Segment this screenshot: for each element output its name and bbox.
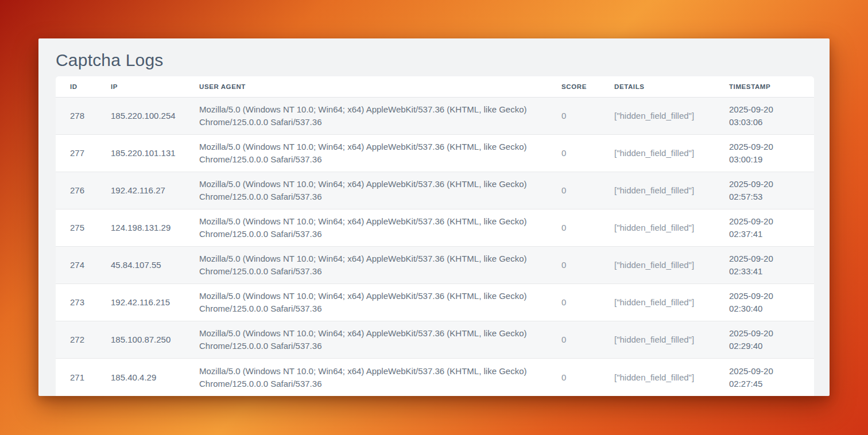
cell-id: 278 xyxy=(56,98,96,135)
cell-ip: 192.42.116.215 xyxy=(96,284,185,321)
cell-timestamp: 2025-09-20 03:00:19 xyxy=(715,135,814,172)
cell-details: ["hidden_field_filled"] xyxy=(600,284,715,321)
cell-ip: 45.84.107.55 xyxy=(96,247,185,284)
cell-timestamp: 2025-09-20 02:33:41 xyxy=(715,247,814,284)
cell-score: 0 xyxy=(547,172,600,209)
column-header-score: SCORE xyxy=(547,76,600,98)
cell-score: 0 xyxy=(547,359,600,396)
cell-id: 277 xyxy=(56,135,96,172)
page-title: Captcha Logs xyxy=(56,50,812,71)
cell-details: ["hidden_field_filled"] xyxy=(600,359,715,396)
cell-score: 0 xyxy=(547,98,600,135)
cell-ip: 185.100.87.250 xyxy=(96,321,185,359)
table-row: 275124.198.131.29Mozilla/5.0 (Windows NT… xyxy=(56,209,814,247)
cell-id: 275 xyxy=(56,209,96,247)
cell-score: 0 xyxy=(547,135,600,172)
column-header-id: ID xyxy=(56,76,96,98)
cell-id: 272 xyxy=(56,321,96,359)
cell-details: ["hidden_field_filled"] xyxy=(600,135,715,172)
cell-user_agent: Mozilla/5.0 (Windows NT 10.0; Win64; x64… xyxy=(185,284,547,321)
table-row: 276192.42.116.27Mozilla/5.0 (Windows NT … xyxy=(56,172,814,209)
cell-timestamp: 2025-09-20 02:27:45 xyxy=(715,359,814,396)
cell-id: 274 xyxy=(56,247,96,284)
captcha-logs-card: Captcha Logs IDIPUSER AGENTSCOREDETAILST… xyxy=(38,38,830,396)
cell-details: ["hidden_field_filled"] xyxy=(600,209,715,247)
cell-ip: 185.220.101.131 xyxy=(96,135,185,172)
cell-user_agent: Mozilla/5.0 (Windows NT 10.0; Win64; x64… xyxy=(185,172,547,209)
cell-details: ["hidden_field_filled"] xyxy=(600,247,715,284)
table-row: 27445.84.107.55Mozilla/5.0 (Windows NT 1… xyxy=(56,247,814,284)
cell-score: 0 xyxy=(547,321,600,359)
column-header-user_agent: USER AGENT xyxy=(185,76,547,98)
table-header-row: IDIPUSER AGENTSCOREDETAILSTIMESTAMP xyxy=(56,76,814,98)
cell-timestamp: 2025-09-20 02:57:53 xyxy=(715,172,814,209)
cell-score: 0 xyxy=(547,247,600,284)
cell-ip: 185.40.4.29 xyxy=(96,359,185,396)
cell-user_agent: Mozilla/5.0 (Windows NT 10.0; Win64; x64… xyxy=(185,359,547,396)
cell-timestamp: 2025-09-20 02:29:40 xyxy=(715,321,814,359)
cell-id: 273 xyxy=(56,284,96,321)
table-row: 272185.100.87.250Mozilla/5.0 (Windows NT… xyxy=(56,321,814,359)
table-row: 278185.220.100.254Mozilla/5.0 (Windows N… xyxy=(56,98,814,135)
cell-details: ["hidden_field_filled"] xyxy=(600,98,715,135)
cell-user_agent: Mozilla/5.0 (Windows NT 10.0; Win64; x64… xyxy=(185,247,547,284)
cell-id: 271 xyxy=(56,359,96,396)
cell-user_agent: Mozilla/5.0 (Windows NT 10.0; Win64; x64… xyxy=(185,321,547,359)
cell-user_agent: Mozilla/5.0 (Windows NT 10.0; Win64; x64… xyxy=(185,98,547,135)
logs-table-container: IDIPUSER AGENTSCOREDETAILSTIMESTAMP 2781… xyxy=(56,76,814,396)
cell-details: ["hidden_field_filled"] xyxy=(600,172,715,209)
table-row: 277185.220.101.131Mozilla/5.0 (Windows N… xyxy=(56,135,814,172)
cell-timestamp: 2025-09-20 03:03:06 xyxy=(715,98,814,135)
page: { "page": { "title": "Captcha Logs" }, "… xyxy=(0,0,868,435)
column-header-details: DETAILS xyxy=(600,76,715,98)
cell-ip: 192.42.116.27 xyxy=(96,172,185,209)
logs-table: IDIPUSER AGENTSCOREDETAILSTIMESTAMP 2781… xyxy=(56,76,814,396)
cell-score: 0 xyxy=(547,209,600,247)
column-header-timestamp: TIMESTAMP xyxy=(715,76,814,98)
cell-id: 276 xyxy=(56,172,96,209)
column-header-ip: IP xyxy=(96,76,185,98)
cell-ip: 124.198.131.29 xyxy=(96,209,185,247)
cell-ip: 185.220.100.254 xyxy=(96,98,185,135)
cell-user_agent: Mozilla/5.0 (Windows NT 10.0; Win64; x64… xyxy=(185,209,547,247)
cell-timestamp: 2025-09-20 02:37:41 xyxy=(715,209,814,247)
cell-user_agent: Mozilla/5.0 (Windows NT 10.0; Win64; x64… xyxy=(185,135,547,172)
table-row: 271185.40.4.29Mozilla/5.0 (Windows NT 10… xyxy=(56,359,814,396)
cell-timestamp: 2025-09-20 02:30:40 xyxy=(715,284,814,321)
cell-score: 0 xyxy=(547,284,600,321)
cell-details: ["hidden_field_filled"] xyxy=(600,321,715,359)
table-row: 273192.42.116.215Mozilla/5.0 (Windows NT… xyxy=(56,284,814,321)
